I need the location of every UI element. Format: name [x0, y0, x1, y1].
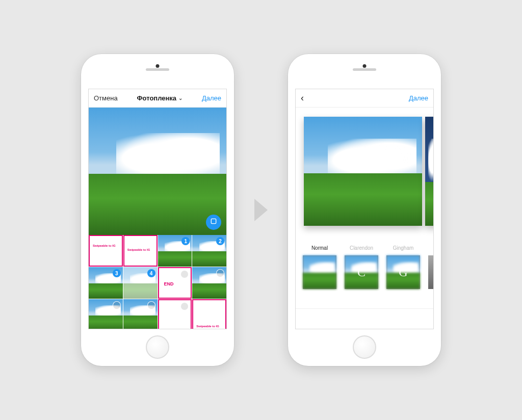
- nav-bar: ‹ Далее: [296, 89, 433, 108]
- device-camera: [363, 64, 367, 68]
- grid-thumb[interactable]: 2: [192, 235, 226, 267]
- carousel-preview[interactable]: [296, 108, 433, 235]
- grid-thumb[interactable]: Swipeable to IG: [123, 235, 158, 267]
- filter-letter: C: [345, 255, 378, 289]
- album-picker[interactable]: Фотопленка ⌄: [137, 94, 182, 102]
- back-button[interactable]: ‹: [301, 93, 304, 103]
- carousel-slide-next[interactable]: [425, 117, 434, 226]
- grid-thumb[interactable]: [158, 299, 192, 329]
- selection-badge: 4: [147, 269, 155, 277]
- grid-thumb[interactable]: END: [158, 267, 192, 299]
- slide-image: [425, 117, 434, 226]
- nav-bar: Отмена Фотопленка ⌄ Далее: [89, 89, 226, 108]
- filter-normal[interactable]: Normal: [303, 245, 336, 289]
- grid-thumb[interactable]: [123, 299, 158, 329]
- phone-right: ‹ Далее Normal Clarendon C: [288, 54, 441, 366]
- selection-badge-empty: [180, 302, 189, 310]
- home-button: [353, 335, 376, 359]
- filter-label: Normal: [303, 245, 336, 251]
- grid-thumb[interactable]: 4: [123, 267, 158, 299]
- phone-left: Отмена Фотопленка ⌄ Далее Swipeable to I…: [81, 54, 234, 366]
- selection-badge-empty: [180, 270, 189, 278]
- photo-grid: Swipeable to IG Swipeable to IG 1 2 3: [89, 235, 226, 329]
- device-camera: [156, 64, 160, 68]
- grid-thumb[interactable]: Swipeable to IG: [89, 235, 123, 267]
- svg-rect-0: [211, 219, 216, 223]
- preview-image: [89, 108, 226, 235]
- selection-badge: 2: [216, 237, 224, 245]
- arrow-right-icon: [254, 199, 268, 221]
- filter-letter: M: [428, 255, 433, 289]
- next-button[interactable]: Далее: [202, 94, 221, 102]
- crop-button[interactable]: [206, 215, 221, 230]
- screen-right: ‹ Далее Normal Clarendon C: [295, 89, 434, 329]
- album-title: Фотопленка: [137, 94, 176, 102]
- thumb-caption: END: [164, 281, 174, 286]
- carousel-slide[interactable]: [304, 117, 422, 226]
- filter-label: Clarendon: [345, 245, 378, 251]
- filter-strip[interactable]: Normal Clarendon C Gingham G M: [296, 235, 433, 294]
- filter-gingham[interactable]: Gingham G: [386, 245, 420, 289]
- filter-label: Gingham: [386, 245, 420, 251]
- filter-swatch: [303, 255, 336, 289]
- thumb-caption: Swipeable to IG: [196, 325, 219, 328]
- cancel-button[interactable]: Отмена: [94, 94, 118, 102]
- selection-badge-empty: [147, 301, 155, 309]
- grid-thumb[interactable]: [89, 299, 123, 329]
- selection-badge: 3: [113, 269, 121, 277]
- selection-badge-empty: [216, 269, 224, 277]
- home-button: [146, 335, 169, 359]
- expand-icon: [210, 217, 218, 227]
- grid-thumb[interactable]: 3: [89, 267, 123, 299]
- slide-image: [304, 117, 422, 226]
- thumb-caption: Swipeable to IG: [93, 244, 116, 247]
- selection-badge-empty: [113, 301, 121, 309]
- grid-thumb[interactable]: Swipeable to IG: [192, 299, 226, 329]
- grid-thumb[interactable]: [192, 267, 226, 299]
- tool-tabs: [296, 308, 433, 329]
- next-button[interactable]: Далее: [409, 94, 428, 102]
- filter-more[interactable]: M: [428, 245, 433, 289]
- thumb-caption: Swipeable to IG: [127, 248, 150, 251]
- filter-clarendon[interactable]: Clarendon C: [345, 245, 378, 289]
- photo-preview[interactable]: [89, 108, 226, 235]
- chevron-down-icon: ⌄: [178, 95, 182, 101]
- screen-left: Отмена Фотопленка ⌄ Далее Swipeable to I…: [88, 89, 227, 329]
- filter-letter: G: [386, 255, 420, 289]
- chevron-left-icon: ‹: [301, 93, 304, 103]
- grid-thumb[interactable]: 1: [158, 235, 192, 267]
- filter-label: [428, 245, 433, 251]
